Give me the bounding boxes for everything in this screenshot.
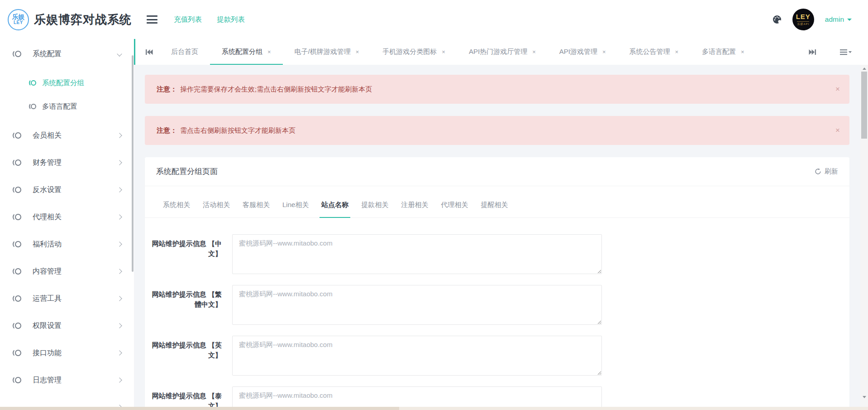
tab-mobile-game-icons[interactable]: 手机游戏分类图标 ×: [371, 39, 457, 65]
sidebar-item-logs[interactable]: 日志管理: [0, 367, 134, 394]
close-icon[interactable]: ×: [835, 85, 840, 94]
tab-home[interactable]: 后台首页: [159, 39, 210, 65]
tab-system[interactable]: 系统相关: [157, 193, 196, 217]
sidebar-item-label: 代理相关: [33, 212, 106, 222]
tab-api-hot-hall[interactable]: API热门游戏厅管理 ×: [457, 39, 548, 65]
scroll-tabs-left-icon[interactable]: [142, 46, 157, 58]
config-panel: 系统配置分组页面 刷新 系统相关 活动相关 客服相关 Line相关 站点名称 提…: [145, 157, 849, 407]
maintenance-msg-tw-textarea[interactable]: [232, 285, 602, 325]
username: admin: [825, 15, 844, 24]
tab-game-manage[interactable]: 电子/棋牌游戏管理 ×: [283, 39, 371, 65]
alert-prefix: 注意：: [157, 85, 177, 94]
alert-text: 操作完需要保存才会生效;需点击右侧刷新按钮文字才能刷新本页: [180, 85, 372, 94]
sidebar-item-label: 福利活动: [33, 240, 106, 249]
sidebar-item-rebate[interactable]: 反水设置: [0, 176, 134, 203]
maintenance-msg-cn-textarea[interactable]: [232, 234, 602, 274]
sidebar-item-welfare[interactable]: 福利活动: [0, 231, 134, 258]
avatar[interactable]: LEY 乐娱API: [792, 9, 814, 30]
tab-register[interactable]: 注册相关: [395, 193, 434, 217]
tab-multilang[interactable]: 多语言配置 ×: [690, 39, 756, 65]
sidebar-subitem-config-group[interactable]: 系统配置分组: [0, 71, 134, 95]
page-horizontal-scrollbar[interactable]: [0, 407, 868, 410]
tab-label: 多语言配置: [702, 48, 736, 56]
sidebar-subitem-label: 系统配置分组: [42, 78, 84, 88]
sidebar-item-label: 内容管理: [33, 267, 106, 276]
top-header: 乐娱 LEY 乐娱博弈对战系统 充值列表 提款列表 LEY 乐娱API admi…: [0, 0, 868, 39]
field-label: 网站维护提示信息 【繁體中文】: [150, 285, 222, 325]
sidebar-item-members[interactable]: 会员相关: [0, 122, 134, 149]
field-label: 网站维护提示信息 【英文】: [150, 336, 222, 376]
sidebar-scrollbar[interactable]: [132, 55, 134, 272]
tab-withdraw[interactable]: 提款相关: [355, 193, 395, 217]
tab-customer-service[interactable]: 客服相关: [236, 193, 276, 217]
sidebar-item-api-function[interactable]: 接口功能: [0, 339, 134, 367]
chevron-right-icon: [117, 133, 122, 138]
ring-icon: [15, 295, 21, 302]
tab-reminder[interactable]: 提醒相关: [474, 193, 514, 217]
tab-config-group[interactable]: 系统配置分组 ×: [210, 39, 283, 65]
close-icon[interactable]: ×: [442, 48, 445, 55]
close-icon[interactable]: ×: [835, 126, 840, 135]
chevron-right-icon: [117, 323, 122, 328]
refresh-button[interactable]: 刷新: [815, 167, 838, 176]
ring-icon: [15, 377, 21, 383]
tab-list-menu-icon[interactable]: [836, 46, 855, 58]
theme-palette-icon[interactable]: [773, 15, 782, 24]
tab-line[interactable]: Line相关: [276, 193, 315, 217]
nav-recharge-list[interactable]: 充值列表: [174, 15, 202, 24]
tab-agent[interactable]: 代理相关: [434, 193, 474, 217]
config-form: 网站维护提示信息 【中文】 网站维护提示信息 【繁體中文】 网站维护提示信息 【…: [145, 218, 849, 407]
form-row: 网站维护提示信息 【泰文】: [145, 386, 849, 407]
scroll-tabs-right-icon[interactable]: [805, 46, 820, 58]
user-menu[interactable]: admin: [825, 15, 852, 24]
sidebar-item-label: 会员相关: [33, 131, 106, 140]
maintenance-msg-th-textarea[interactable]: [232, 386, 602, 407]
logo-text-en: LEY: [14, 20, 23, 25]
close-icon[interactable]: ×: [267, 48, 271, 55]
nav-withdraw-list[interactable]: 提款列表: [217, 15, 245, 24]
tab-label: 手机游戏分类图标: [382, 48, 437, 56]
close-icon[interactable]: ×: [602, 48, 606, 55]
ring-icon: [15, 350, 21, 356]
page-vertical-scrollbar[interactable]: [860, 65, 868, 407]
field-label: 网站维护提示信息 【泰文】: [150, 386, 222, 407]
tab-announcement[interactable]: 系统公告管理 ×: [618, 39, 691, 65]
sidebar-item-finance[interactable]: 财务管理: [0, 149, 134, 176]
scroll-up-arrow-icon[interactable]: [860, 65, 868, 72]
config-category-tabs: 系统相关 活动相关 客服相关 Line相关 站点名称 提款相关 注册相关 代理相…: [145, 193, 849, 218]
field-label: 网站维护提示信息 【中文】: [150, 234, 222, 274]
close-icon[interactable]: ×: [675, 48, 679, 55]
notice-alert-2: 注意： 需点击右侧刷新按钮文字才能刷新本页 ×: [145, 116, 849, 145]
maintenance-msg-en-textarea[interactable]: [232, 336, 602, 376]
close-icon[interactable]: ×: [741, 48, 744, 55]
sidebar-item-system-config[interactable]: 系统配置: [0, 40, 134, 68]
form-row: 网站维护提示信息 【中文】: [145, 234, 849, 274]
sidebar-item-agent[interactable]: 代理相关: [0, 203, 134, 231]
caret-down-icon: [847, 19, 852, 21]
tab-activity[interactable]: 活动相关: [196, 193, 236, 217]
close-icon[interactable]: ×: [532, 48, 536, 55]
close-icon[interactable]: ×: [356, 48, 359, 55]
alert-text: 需点击右侧刷新按钮文字才能刷新本页: [180, 126, 296, 135]
sidebar-toggle-icon[interactable]: [147, 15, 157, 24]
tab-label: 后台首页: [171, 48, 198, 56]
horizontal-scrollbar-thumb[interactable]: [0, 407, 399, 410]
tab-site-name[interactable]: 站点名称: [315, 193, 355, 217]
sidebar-subitem-multilang[interactable]: 多语言配置: [0, 95, 134, 118]
sidebar-item-label: 运营工具: [33, 294, 106, 304]
tab-api-game[interactable]: API游戏管理 ×: [548, 39, 618, 65]
tab-label: 系统公告管理: [630, 48, 670, 56]
vertical-scrollbar-thumb[interactable]: [861, 72, 867, 139]
logo-area: 乐娱 LEY 乐娱博弈对战系统: [0, 9, 134, 30]
chevron-right-icon: [117, 241, 122, 246]
ring-icon: [15, 268, 21, 275]
panel-header: 系统配置分组页面 刷新: [145, 157, 849, 186]
form-row: 网站维护提示信息 【繁體中文】: [145, 285, 849, 325]
scroll-down-arrow-icon[interactable]: [860, 393, 868, 400]
chevron-right-icon: [117, 214, 122, 219]
chevron-right-icon: [117, 350, 122, 355]
tab-label: 系统配置分组: [222, 48, 262, 56]
sidebar-item-permission[interactable]: 权限设置: [0, 312, 134, 339]
sidebar-item-operation[interactable]: 运营工具: [0, 285, 134, 312]
sidebar-item-content[interactable]: 内容管理: [0, 258, 134, 285]
